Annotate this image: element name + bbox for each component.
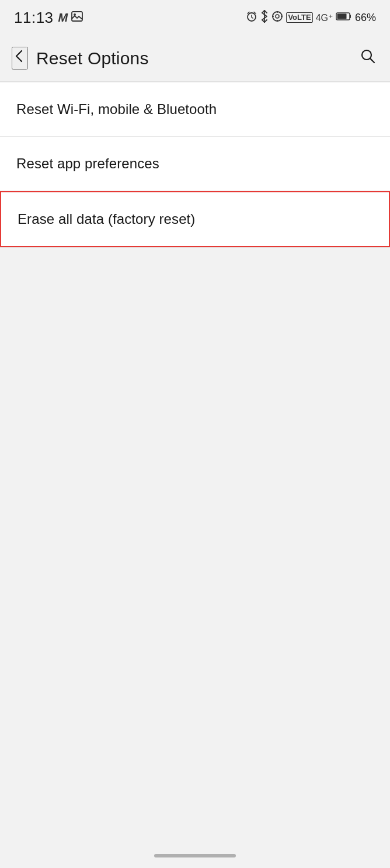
svg-point-4 xyxy=(276,15,279,18)
image-icon xyxy=(71,11,83,24)
battery-icon xyxy=(336,12,352,23)
alarm-icon xyxy=(246,11,257,25)
location-icon xyxy=(271,11,283,25)
search-button[interactable] xyxy=(357,46,378,71)
volte-icon: VoLTE xyxy=(286,12,312,23)
erase-all-data-item[interactable]: Erase all data (factory reset) xyxy=(0,191,390,247)
menu-list: Reset Wi-Fi, mobile & Bluetooth Reset ap… xyxy=(0,82,390,248)
reset-app-preferences-item[interactable]: Reset app preferences xyxy=(0,137,390,191)
reset-wifi-label: Reset Wi-Fi, mobile & Bluetooth xyxy=(16,101,217,117)
status-bar-left: 11:13 M xyxy=(14,9,83,27)
app-bar-left: Reset Options xyxy=(12,47,149,70)
status-time: 11:13 xyxy=(14,9,54,27)
battery-percent: 66% xyxy=(355,12,376,24)
svg-rect-10 xyxy=(337,14,346,19)
svg-line-12 xyxy=(370,58,374,63)
app-bar: Reset Options xyxy=(0,35,390,82)
divider-3 xyxy=(0,247,390,248)
signal-strength-icon: 4G⁺ xyxy=(316,12,333,23)
reset-wifi-item[interactable]: Reset Wi-Fi, mobile & Bluetooth xyxy=(0,82,390,136)
mail-icon: M xyxy=(58,11,68,25)
back-button[interactable] xyxy=(12,47,28,70)
bluetooth-icon xyxy=(260,10,269,25)
erase-all-data-label: Erase all data (factory reset) xyxy=(18,211,195,227)
status-bar-right: VoLTE 4G⁺ 66% xyxy=(246,10,376,25)
svg-rect-0 xyxy=(72,12,82,21)
reset-app-label: Reset app preferences xyxy=(16,155,159,171)
status-bar: 11:13 M xyxy=(0,0,390,35)
status-icons-left: M xyxy=(58,11,83,25)
page-title: Reset Options xyxy=(36,49,149,68)
svg-point-3 xyxy=(273,12,282,21)
bottom-nav-indicator xyxy=(154,854,236,857)
